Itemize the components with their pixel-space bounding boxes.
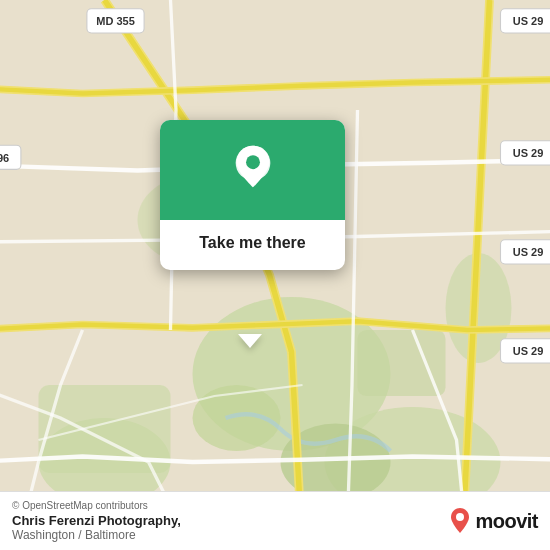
map-container: MD 355 US 29 396 US 29 US 29 US 29 Take … [0, 0, 550, 550]
map-background: MD 355 US 29 396 US 29 US 29 US 29 [0, 0, 550, 550]
svg-text:US 29: US 29 [513, 345, 544, 357]
svg-text:US 29: US 29 [513, 147, 544, 159]
svg-point-23 [246, 155, 260, 169]
popup-header [160, 120, 345, 220]
moovit-pin-icon [449, 507, 471, 535]
svg-rect-9 [358, 330, 446, 396]
svg-text:US 29: US 29 [513, 246, 544, 258]
bottom-bar: © OpenStreetMap contributors Chris Feren… [0, 491, 550, 550]
moovit-logo: moovit [449, 507, 538, 535]
svg-point-24 [456, 513, 464, 521]
moovit-brand-text: moovit [475, 510, 538, 533]
popup-pointer [238, 334, 262, 348]
svg-text:US 29: US 29 [513, 15, 544, 27]
location-pin-icon [227, 144, 279, 196]
svg-text:MD 355: MD 355 [96, 15, 135, 27]
location-region: Washington / Baltimore [12, 528, 181, 542]
popup-card: Take me there [160, 120, 345, 270]
svg-text:396: 396 [0, 152, 9, 164]
location-name: Chris Ferenzi Photography, [12, 513, 181, 528]
popup-button-area: Take me there [160, 220, 345, 270]
take-me-there-button[interactable]: Take me there [174, 230, 331, 256]
map-attribution: © OpenStreetMap contributors [12, 500, 181, 511]
bottom-info: © OpenStreetMap contributors Chris Feren… [12, 500, 181, 542]
